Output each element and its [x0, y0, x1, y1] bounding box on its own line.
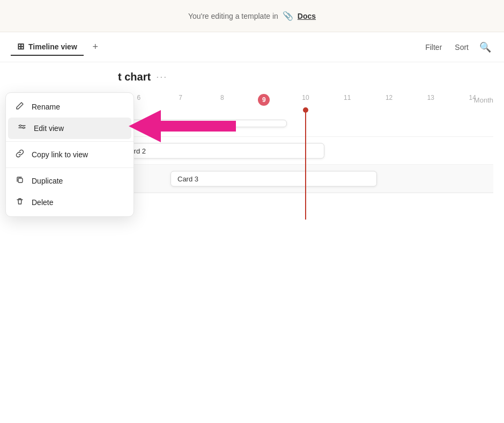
today-date-bubble: 9	[258, 94, 270, 106]
today-dot	[303, 107, 308, 113]
edit-view-icon	[17, 123, 27, 134]
copy-link-icon	[14, 149, 25, 160]
toolbar: ⊞ Timeline view + Filter Sort 🔍	[0, 32, 504, 62]
menu-item-copy-link[interactable]: Copy link to view	[6, 144, 134, 165]
date-col-9-today: 9	[243, 92, 285, 108]
docs-link[interactable]: Docs	[298, 12, 316, 20]
card-2[interactable]: Card 2	[118, 143, 324, 158]
svg-rect-4	[18, 178, 23, 183]
delete-icon	[14, 197, 25, 208]
date-col-13: 13	[410, 92, 451, 108]
today-line	[305, 110, 306, 220]
date-col-12: 12	[368, 92, 410, 108]
chart-more-button[interactable]: ···	[156, 71, 167, 83]
card-3[interactable]: Card 3	[171, 171, 377, 186]
menu-divider-2	[6, 167, 134, 168]
date-col-8: 8	[202, 92, 243, 108]
duplicate-icon	[14, 176, 25, 186]
sort-button[interactable]: Sort	[450, 41, 473, 54]
search-button[interactable]: 🔍	[477, 39, 493, 55]
card-1[interactable]	[118, 120, 287, 127]
plus-icon: +	[93, 41, 99, 53]
filter-button[interactable]: Filter	[421, 41, 446, 54]
month-label: Month	[474, 96, 493, 104]
timeline-view-tab[interactable]: ⊞ Timeline view	[11, 38, 84, 56]
add-view-button[interactable]: +	[88, 40, 103, 55]
menu-item-delete[interactable]: Delete	[6, 192, 134, 213]
tab-label: Timeline view	[28, 42, 77, 51]
context-menu: Rename Edit view Cop	[5, 92, 134, 217]
main-area: ⊞ Timeline view + Filter Sort 🔍 t chart …	[0, 32, 504, 423]
top-banner: You're editing a template in 📎 Docs	[0, 0, 504, 32]
date-col-11: 11	[327, 92, 368, 108]
menu-item-edit-view[interactable]: Edit view	[8, 118, 131, 139]
delete-label: Delete	[32, 198, 53, 207]
date-col-10: 10	[285, 92, 327, 108]
banner-text: You're editing a template in	[188, 12, 278, 20]
table-icon: ⊞	[17, 41, 24, 52]
edit-view-label: Edit view	[34, 124, 64, 133]
menu-item-duplicate[interactable]: Duplicate	[6, 170, 134, 192]
chart-title-row: t chart ···	[11, 71, 493, 83]
duplicate-label: Duplicate	[32, 177, 63, 185]
paperclip-icon: 📎	[283, 11, 293, 21]
menu-item-rename[interactable]: Rename	[6, 96, 134, 118]
copy-link-label: Copy link to view	[32, 150, 88, 159]
menu-divider-1	[6, 141, 134, 142]
date-col-7: 7	[160, 92, 202, 108]
chart-title: t chart	[118, 71, 151, 83]
rename-icon	[14, 101, 25, 112]
svg-point-3	[23, 127, 25, 129]
rename-label: Rename	[32, 103, 60, 111]
svg-point-2	[20, 125, 21, 127]
